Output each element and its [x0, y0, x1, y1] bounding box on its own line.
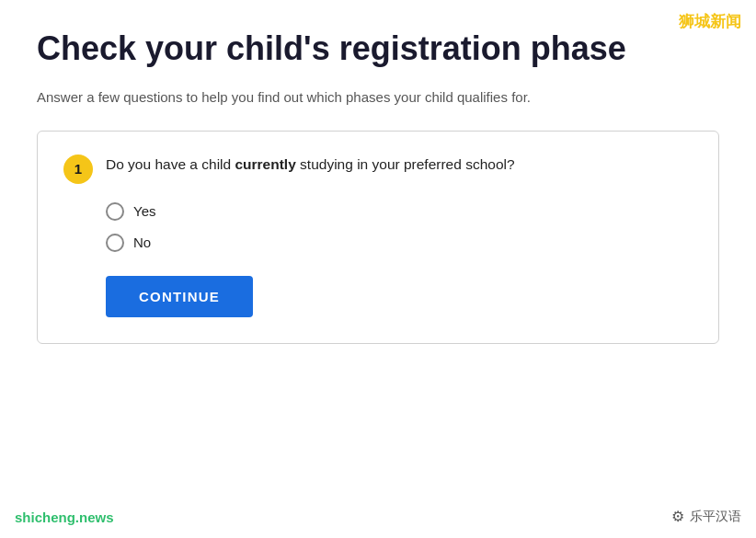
radio-option-yes[interactable]: Yes: [106, 202, 693, 221]
watermark-bottom-right-text: 乐平汉语: [690, 509, 741, 525]
watermark-bottom-left: shicheng.news: [15, 509, 114, 525]
question-text: Do you have a child currently studying i…: [106, 154, 515, 176]
radio-option-no[interactable]: No: [106, 234, 693, 252]
options-container: Yes No: [106, 202, 693, 252]
watermark-bottom-right: ⚙ 乐平汉语: [671, 508, 741, 525]
page-subtitle: Answer a few questions to help you find …: [37, 87, 719, 109]
radio-yes-label: Yes: [133, 203, 155, 219]
page-container: Check your child's registration phase An…: [0, 0, 756, 362]
radio-no-label: No: [133, 235, 151, 250]
continue-button[interactable]: CONTINUE: [106, 276, 253, 317]
radio-no-circle[interactable]: [106, 234, 124, 252]
watermark-top-right: 狮城新闻: [679, 11, 741, 32]
question-header: 1 Do you have a child currently studying…: [63, 154, 693, 184]
page-title: Check your child's registration phase: [37, 29, 699, 67]
question-card: 1 Do you have a child currently studying…: [37, 131, 719, 344]
watermark-icon: ⚙: [671, 508, 684, 525]
radio-yes-circle[interactable]: [106, 202, 124, 221]
question-number: 1: [63, 155, 93, 184]
